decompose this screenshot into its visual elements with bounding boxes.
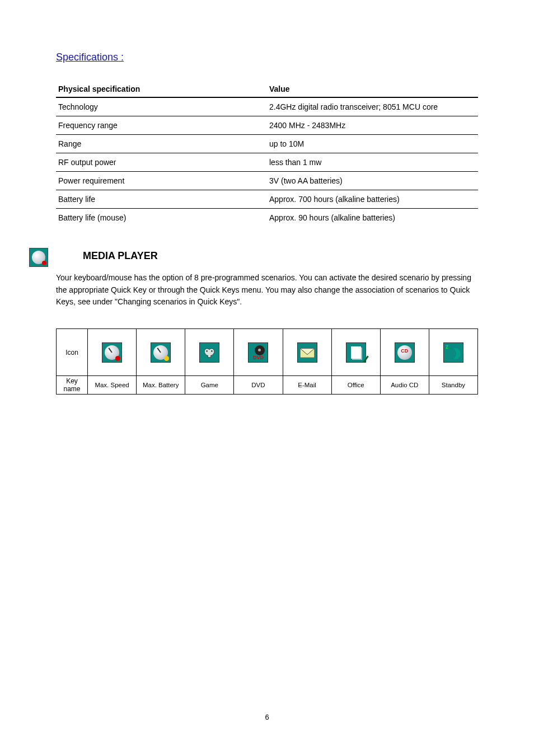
cell-value: 2400 MHz - 2483MHz	[267, 116, 478, 135]
cell-label: Max. Speed	[88, 376, 137, 395]
section-title: MEDIA PLAYER	[83, 250, 478, 262]
dvd-badge-text: DVD	[249, 355, 268, 360]
cell-label: Standby	[429, 376, 477, 395]
max-speed-icon	[102, 342, 122, 363]
audio-cd-icon: CD	[395, 342, 415, 363]
cell-value: 2.4GHz digital radio transceiver; 8051 M…	[267, 97, 478, 116]
specifications-table: Physical specification Value Technology …	[56, 83, 478, 227]
cell-icon	[137, 329, 185, 376]
cell-value: less than 1 mw	[267, 153, 478, 172]
table-row: RF output power less than 1 mw	[56, 153, 478, 172]
cell-icon: z	[429, 329, 477, 376]
page-content: Specifications : Physical specification …	[0, 0, 534, 395]
cell-value: up to 10M	[267, 135, 478, 153]
header-value: Value	[267, 83, 478, 97]
cell-value: Approx. 700 hours (alkaline batteries)	[267, 190, 478, 209]
dvd-icon: DVD	[248, 342, 268, 363]
cell-label: Office	[331, 376, 380, 395]
table-row: Technology 2.4GHz digital radio transcei…	[56, 97, 478, 116]
row-header-icon: Icon	[57, 329, 88, 376]
cell-label: RF output power	[56, 153, 267, 172]
table-row: Range up to 10M	[56, 135, 478, 153]
cell-icon	[88, 329, 137, 376]
cell-label: DVD	[234, 376, 283, 395]
page-number: 6	[0, 713, 534, 721]
specifications-heading-link[interactable]: Specifications :	[56, 51, 124, 63]
quick-keys-table: Icon	[56, 328, 478, 395]
cd-badge-text: CD	[395, 348, 414, 354]
standby-icon: z	[443, 342, 463, 363]
cell-value: Approx. 90 hours (alkaline batteries)	[267, 209, 478, 227]
table-row: Frequency range 2400 MHz - 2483MHz	[56, 116, 478, 135]
table-row: Battery life (mouse) Approx. 90 hours (a…	[56, 209, 478, 227]
cell-label: Battery life	[56, 190, 267, 209]
cell-label: Game	[185, 376, 234, 395]
cell-icon	[331, 329, 380, 376]
table-row: Battery life Approx. 700 hours (alkaline…	[56, 190, 478, 209]
label-row: Key name Max. Speed Max. Battery Game DV…	[57, 376, 478, 395]
max-battery-icon	[151, 342, 171, 363]
cell-label: Audio CD	[380, 376, 429, 395]
header-physical-spec: Physical specification	[56, 83, 267, 97]
cell-label: Battery life (mouse)	[56, 209, 267, 227]
game-icon	[199, 342, 219, 363]
cell-value: 3V (two AA batteries)	[267, 172, 478, 190]
cell-label: Range	[56, 135, 267, 153]
media-player-icon	[29, 248, 48, 267]
section-paragraph: Your keyboard/mouse has the option of 8 …	[56, 272, 478, 308]
office-icon	[346, 342, 366, 363]
cell-label: E-Mail	[283, 376, 331, 395]
svg-point-1	[211, 350, 213, 352]
media-player-section: MEDIA PLAYER Your keyboard/mouse has the…	[56, 250, 478, 395]
cell-label: Technology	[56, 97, 267, 116]
cell-icon: CD	[380, 329, 429, 376]
cell-icon: DVD	[234, 329, 283, 376]
table-header-row: Physical specification Value	[56, 83, 478, 97]
table-row: Power requirement 3V (two AA batteries)	[56, 172, 478, 190]
cell-label: Power requirement	[56, 172, 267, 190]
icon-row: Icon	[57, 329, 478, 376]
svg-point-0	[207, 350, 208, 352]
gauge-icon	[29, 248, 48, 267]
row-header-keyname: Key name	[57, 376, 88, 395]
cell-icon	[185, 329, 234, 376]
email-icon	[297, 342, 317, 363]
cell-label: Max. Battery	[137, 376, 185, 395]
cell-label: Frequency range	[56, 116, 267, 135]
cell-icon	[283, 329, 331, 376]
